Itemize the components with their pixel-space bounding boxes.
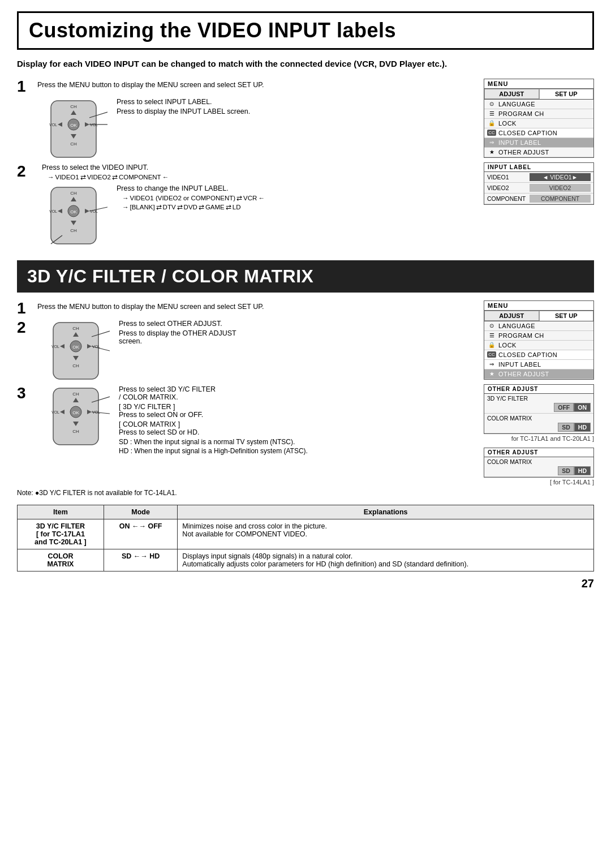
- section2-menu-cc: CC CLOSED CAPTION: [484, 350, 593, 360]
- seq-component: COMPONENT: [119, 174, 161, 181]
- input-label-val-video2: VIDEO2: [530, 184, 591, 192]
- section2-step2-line1: Press to select OTHER ADJUST.: [119, 320, 478, 328]
- annotation-line-2: Press to display the INPUT LABEL screen.: [117, 108, 478, 115]
- step1-number: 1: [17, 79, 35, 94]
- section2-step2-annotation: Press to select OTHER ADJUST. Press to d…: [119, 320, 478, 345]
- language-icon: ⊙: [487, 101, 496, 107]
- input-label-val-video1: ◄ VIDEO1►: [530, 173, 591, 181]
- video-seq: → VIDEO1 ⇄ VIDEO2 ⇄ COMPONENT ←: [48, 173, 478, 181]
- other-adjust-panel-1: OTHER ADJUST 3D Y/C FILTER OFF ON COLOR …: [484, 384, 594, 434]
- section2-right: MENU ADJUST SET UP ⊙ LANGUAGE ☰ PROGRAM …: [484, 300, 594, 485]
- table-mode-matrix: SD ←→ HD: [104, 549, 177, 571]
- blank-d1: ⇄: [156, 203, 162, 211]
- s2-input-icon: ⇒: [487, 361, 496, 367]
- s2-program-icon: ☰: [487, 332, 496, 338]
- section2-step3-hd: HD : When the input signal is a High-Def…: [119, 447, 478, 455]
- menu-item-lock: 🔒 LOCK: [484, 119, 593, 128]
- section2-step3-line3: [ COLOR MATRIX ]Press to select SD or HD…: [119, 420, 478, 436]
- adjust-icon: ★: [487, 149, 496, 155]
- menu-label-closed-caption: CLOSED CAPTION: [498, 130, 591, 136]
- input-label-val-component: COMPONENT: [530, 195, 591, 203]
- table-explanation-matrix: Displays input signals (480p signals) in…: [178, 549, 594, 571]
- section2-content: 1 Press the MENU button to display the M…: [17, 300, 594, 485]
- oa-matrix-sd-2[interactable]: SD: [558, 466, 574, 475]
- svg-text:CH: CH: [70, 104, 77, 109]
- s2-menu-label-input: INPUT LABEL: [498, 361, 591, 368]
- table-header-row: Item Mode Explanations: [18, 505, 594, 519]
- s2-language-icon: ⊙: [487, 323, 496, 329]
- input-icon: ⇒: [487, 139, 496, 145]
- svg-text:CH: CH: [72, 326, 79, 331]
- section2-tab-setup: SET UP: [539, 311, 594, 321]
- section1-step2-diagram: CH VOL OK VOL CH Press to change the INP…: [17, 184, 478, 247]
- menu-item-input-label: ⇒ INPUT LABEL: [484, 138, 593, 148]
- table-item-filter: 3D Y/C FILTER[ for TC-17LA1and TC-20LA1 …: [18, 519, 104, 549]
- seq-video2: VIDEO2: [87, 174, 111, 181]
- step2-blank-seq: → [BLANK] ⇄ DTV ⇄ DVD ⇄ GAME ⇄ LD: [122, 203, 478, 211]
- oa-matrix-hd[interactable]: HD: [574, 423, 591, 432]
- seq-arrow-start: →: [48, 174, 54, 181]
- input-label-panel-header: INPUT LABEL: [484, 163, 593, 172]
- section2-menu-tabs: ADJUST SET UP: [484, 311, 593, 321]
- section2-menu-other-adjust: ★ OTHER ADJUST: [484, 369, 593, 379]
- step2-number: 2: [17, 164, 35, 179]
- step2-change-main: Press to change the INPUT LABEL.: [117, 184, 478, 192]
- section2-step3-number: 3: [17, 385, 35, 401]
- oa-matrix-label: COLOR MATRIX: [487, 415, 591, 422]
- cc-icon: CC: [487, 130, 496, 136]
- section1-step1: 1 Press the MENU button to display the M…: [17, 79, 478, 94]
- menu-tabs: ADJUST SET UP: [484, 89, 593, 100]
- menu-label-language: LANGUAGE: [498, 101, 591, 108]
- step2-main: Press to select the VIDEO INPUT.: [42, 164, 478, 171]
- section1-right: MENU ADJUST SET UP ⊙ LANGUAGE ☰ PROGRAM …: [484, 79, 594, 205]
- oa-matrix-sd[interactable]: SD: [558, 423, 574, 432]
- section2-step2-line2: Press to display the OTHER ADJUSTscreen.: [119, 329, 478, 345]
- blank-dvd: DVD: [184, 204, 197, 210]
- for-label-1: for TC-17LA1 and TC-20LA1 ]: [511, 435, 594, 442]
- s2-adjust-icon: ★: [487, 371, 496, 377]
- input-label-row-video1: VIDEO1 ◄ VIDEO1►: [484, 172, 593, 183]
- other-adjust-header-2: OTHER ADJUST: [484, 448, 593, 457]
- input-label-key-component: COMPONENT: [487, 195, 530, 202]
- menu-item-program-ch: ☰ PROGRAM CH: [484, 109, 593, 119]
- section2-step1-desc: Press the MENU button to display the MEN…: [37, 300, 478, 311]
- remote-svg-4: CH VOL OK VOL CH: [42, 385, 110, 448]
- section1-left: 1 Press the MENU button to display the M…: [17, 79, 478, 250]
- oa-filter-label: 3D Y/C FILTER: [487, 395, 591, 402]
- table-header-mode: Mode: [104, 505, 177, 519]
- input-label-key-video1: VIDEO1: [487, 174, 530, 181]
- svg-text:VOL: VOL: [49, 123, 57, 127]
- svg-text:CH: CH: [72, 429, 79, 434]
- note-text: Note: ●3D Y/C FILTER is not available fo…: [17, 489, 594, 497]
- table-header-explanations: Explanations: [178, 505, 594, 519]
- svg-text:OK: OK: [70, 209, 77, 214]
- section2-menu-header: MENU: [484, 301, 593, 311]
- section2-step3-sd: SD : When the input signal is a normal T…: [119, 438, 478, 446]
- blank-d3: ⇄: [199, 203, 204, 211]
- oa-filter-on[interactable]: ON: [574, 403, 591, 412]
- menu-item-other-adjust: ★ OTHER ADJUST: [484, 148, 593, 157]
- oa-matrix-hd-2[interactable]: HD: [574, 466, 591, 475]
- table-row: COLORMATRIX SD ←→ HD Displays input sign…: [18, 549, 594, 571]
- input-label-key-video2: VIDEO2: [487, 184, 530, 191]
- section1-title: Customizing the VIDEO INPUT labels: [29, 19, 582, 42]
- oa-filter-off[interactable]: OFF: [554, 403, 574, 412]
- program-icon: ☰: [487, 110, 496, 117]
- oa-matrix-label-2: COLOR MATRIX: [487, 458, 591, 465]
- svg-text:CH: CH: [70, 191, 77, 196]
- remote-diagram-4: CH VOL OK VOL CH: [42, 385, 110, 448]
- remote-diagram-2: CH VOL OK VOL CH: [40, 184, 107, 247]
- page-number: 27: [17, 577, 594, 590]
- step1-desc: Press the MENU button to display the MEN…: [37, 79, 478, 89]
- tab-setup: SET UP: [539, 89, 594, 99]
- svg-text:CH: CH: [72, 392, 79, 397]
- blank-ld: LD: [233, 204, 241, 210]
- vcr-seq-end: ←: [258, 195, 265, 201]
- remote-diagram-1: CH VOL OK VOL CH: [40, 98, 107, 160]
- menu-panel-header: MENU: [484, 79, 593, 89]
- svg-text:VOL: VOL: [51, 410, 59, 414]
- section2-tab-adjust: ADJUST: [484, 311, 539, 321]
- bottom-table: Item Mode Explanations 3D Y/C FILTER[ fo…: [17, 505, 594, 571]
- section2-step3-line1: Press to select 3D Y/C FILTER/ COLOR MAT…: [119, 385, 478, 401]
- section2-step3-line2: [ 3D Y/C FILTER ]Press to select ON or O…: [119, 403, 478, 419]
